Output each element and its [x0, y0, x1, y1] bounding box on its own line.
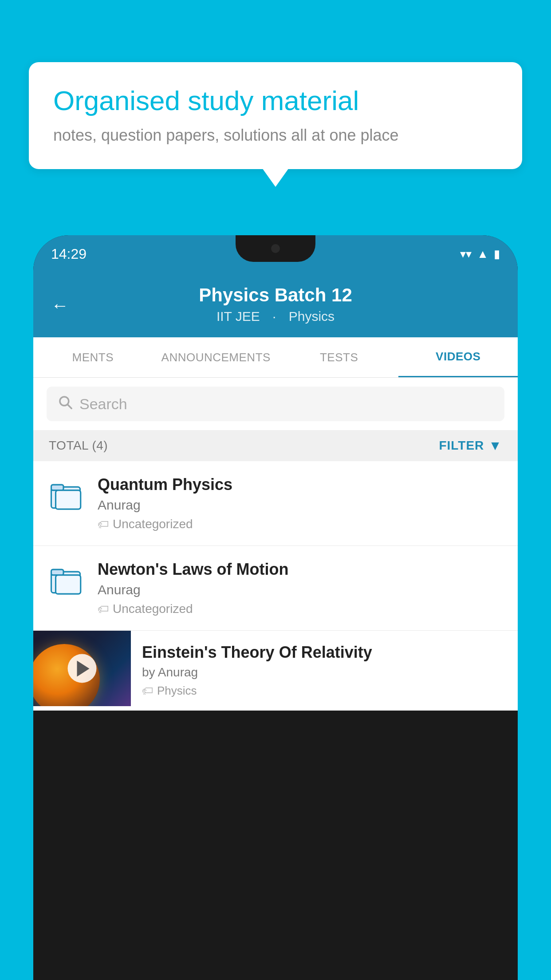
tag-label: Physics [157, 684, 197, 698]
tag-icon: 🏷 [98, 602, 109, 616]
svg-rect-3 [51, 485, 63, 490]
video-author: Anurag [98, 498, 504, 513]
svg-rect-6 [51, 569, 63, 575]
search-placeholder: Search [79, 395, 127, 413]
header-title: Physics Batch 12 [51, 284, 500, 306]
video-title: Quantum Physics [98, 475, 504, 494]
filter-icon: ▼ [488, 438, 502, 453]
speech-bubble-subtitle: notes, question papers, solutions all at… [53, 126, 498, 145]
list-item[interactable]: Einstein's Theory Of Relativity by Anura… [33, 631, 518, 711]
total-count: TOTAL (4) [49, 439, 108, 453]
signal-icon: ▲ [477, 247, 488, 261]
camera [271, 244, 280, 253]
video-title: Einstein's Theory Of Relativity [142, 643, 507, 662]
header-separator: · [272, 309, 276, 324]
folder-icon [47, 475, 87, 515]
back-button[interactable]: ← [51, 295, 69, 315]
header-iitjee: IIT JEE [216, 309, 260, 324]
status-time: 14:29 [51, 246, 87, 262]
tag-label: Uncategorized [113, 602, 193, 616]
video-author: by Anurag [142, 665, 507, 680]
tab-tests[interactable]: TESTS [279, 338, 399, 377]
speech-bubble-container: Organised study material notes, question… [29, 62, 522, 169]
video-author: Anurag [98, 582, 504, 597]
tab-ments[interactable]: MENTS [33, 338, 153, 377]
phone-frame: 14:29 ▾▾ ▲ ▮ ← Physics Batch 12 IIT JEE … [33, 235, 518, 980]
tabs-bar: MENTS ANNOUNCEMENTS TESTS VIDEOS [33, 337, 518, 378]
wifi-icon: ▾▾ [460, 247, 472, 261]
battery-icon: ▮ [494, 247, 500, 261]
tag-icon: 🏷 [98, 518, 109, 531]
tab-announcements[interactable]: ANNOUNCEMENTS [153, 338, 279, 377]
header-subtitle: IIT JEE · Physics [51, 309, 500, 324]
notch [236, 235, 315, 262]
video-item-info: Quantum Physics Anurag 🏷 Uncategorized [98, 475, 504, 531]
video-item-info: Einstein's Theory Of Relativity by Anura… [131, 631, 518, 710]
list-item[interactable]: Newton's Laws of Motion Anurag 🏷 Uncateg… [33, 546, 518, 631]
filter-label: FILTER [439, 439, 484, 453]
video-title: Newton's Laws of Motion [98, 560, 504, 579]
tag-label: Uncategorized [113, 517, 193, 531]
status-bar: 14:29 ▾▾ ▲ ▮ [33, 235, 518, 273]
video-tag: 🏷 Uncategorized [98, 517, 504, 531]
search-icon [58, 395, 73, 413]
play-icon [77, 660, 90, 676]
svg-rect-4 [55, 490, 80, 510]
content-area: Quantum Physics Anurag 🏷 Uncategorized N… [33, 461, 518, 711]
folder-icon [47, 560, 87, 600]
filter-row: TOTAL (4) FILTER ▼ [33, 430, 518, 461]
search-container: Search [33, 378, 518, 430]
svg-line-1 [68, 405, 72, 409]
svg-rect-7 [55, 575, 80, 594]
video-thumbnail [33, 631, 131, 706]
header-physics: Physics [289, 309, 335, 324]
filter-button[interactable]: FILTER ▼ [439, 438, 502, 453]
video-tag: 🏷 Physics [142, 684, 507, 698]
search-bar[interactable]: Search [47, 387, 504, 421]
app-header: ← Physics Batch 12 IIT JEE · Physics [33, 273, 518, 337]
list-item[interactable]: Quantum Physics Anurag 🏷 Uncategorized [33, 461, 518, 546]
status-icons: ▾▾ ▲ ▮ [460, 247, 500, 261]
speech-bubble-title: Organised study material [53, 84, 498, 117]
speech-bubble: Organised study material notes, question… [29, 62, 522, 169]
play-button[interactable] [68, 654, 97, 683]
tab-videos[interactable]: VIDEOS [398, 337, 518, 377]
tag-icon: 🏷 [142, 684, 153, 698]
video-item-info: Newton's Laws of Motion Anurag 🏷 Uncateg… [98, 560, 504, 616]
video-tag: 🏷 Uncategorized [98, 602, 504, 616]
